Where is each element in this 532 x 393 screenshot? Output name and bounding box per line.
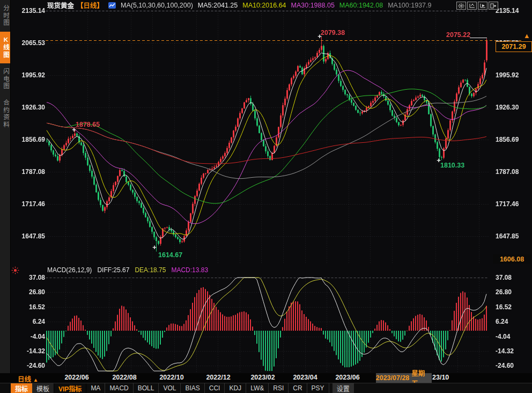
macd-diff-value: DIFF:25.67 xyxy=(97,266,129,274)
price-axis-label-left: 2065.53 xyxy=(15,39,45,47)
date-axis-label: 2022/08 xyxy=(112,374,136,381)
date-label-partial: 23/10 xyxy=(432,374,449,381)
sidebar-item-timeline-chart[interactable]: 分时图 xyxy=(0,0,10,32)
macd-axis-label-left: -14.32 xyxy=(15,347,45,355)
price-axis-label-right: 1856.69 xyxy=(496,136,530,143)
toolbar-button-13[interactable]: CR xyxy=(289,383,307,393)
crosshair-date-tooltip: 2023/07/28星期五 xyxy=(376,373,432,383)
toolbar-button-3[interactable]: VIP指标 xyxy=(54,383,86,393)
ma100-value: MA100:1937.9 xyxy=(388,2,431,9)
toolbar-button-7[interactable]: VOL xyxy=(159,383,181,393)
price-axis-label-right: 2135.14 xyxy=(496,7,530,14)
current-price-box: 2071.29 xyxy=(496,41,532,52)
toolbar-button-1[interactable]: 指标 xyxy=(11,383,32,393)
macd-axis-label-right: 6.24 xyxy=(496,318,530,325)
symbol-name: 现货黄金 xyxy=(47,0,74,10)
chart-canvas[interactable] xyxy=(0,0,532,373)
price-axis-label-left: 2135.14 xyxy=(15,7,45,14)
zoom-axis-right-icon[interactable] xyxy=(478,2,487,10)
date-axis-label: 2023/06 xyxy=(335,374,359,381)
toolbar-button-14[interactable]: PSY xyxy=(307,383,329,393)
toolbar-button-11[interactable]: LW& xyxy=(246,383,269,393)
toolbar-button-4[interactable]: MA xyxy=(86,383,105,393)
ma-param-label: MA(5,10,30,60,100,200) xyxy=(121,2,193,9)
date-axis-label: 2022/12 xyxy=(206,374,230,381)
marker-cross: + xyxy=(435,157,442,164)
macd-macd-value: MACD:13.83 xyxy=(171,266,208,274)
macd-axis-label-right: 26.80 xyxy=(496,288,530,296)
macd-axis-label-left: 16.52 xyxy=(15,303,45,311)
date-axis-label: 2022/10 xyxy=(159,374,183,381)
trading-app-window: 现货黄金 【日线】 MA(5,10,30,60,100,200) MA5:204… xyxy=(0,0,532,393)
price-axis-label-right: 1717.46 xyxy=(496,200,530,208)
price-axis-label-left: 1995.92 xyxy=(15,71,45,79)
low-annotation-1614: 1614.67 xyxy=(158,251,182,259)
toolbar-button-8[interactable]: BIAS xyxy=(181,383,204,393)
price-axis-label-left: 1647.85 xyxy=(15,232,45,240)
period-tag: 【日线】 xyxy=(77,0,104,10)
macd-axis-label-right: 37.08 xyxy=(496,274,530,281)
macd-axis-label-left: 26.80 xyxy=(15,288,45,296)
chart-toolbar-icons xyxy=(456,2,498,10)
macd-axis-label-left: -24.60 xyxy=(15,362,45,369)
sidebar-item-contract-info[interactable]: 合约资料 xyxy=(0,94,10,133)
price-axis-label-left: 1856.69 xyxy=(15,136,45,143)
toolbar-button-10[interactable]: KDJ xyxy=(225,383,246,393)
price-axis-label-right: 1787.08 xyxy=(496,168,530,176)
ma5-value: MA5:2041.25 xyxy=(198,2,238,9)
high-annotation-2079: 2079.38 xyxy=(321,29,345,37)
marker-cross: + xyxy=(71,126,77,134)
live-indicator-icon xyxy=(11,266,19,276)
marker-cross: + xyxy=(316,33,323,40)
toolbar-button-5[interactable]: MACD xyxy=(105,383,133,393)
toolbar-button-9[interactable]: CCI xyxy=(205,383,225,393)
macd-axis-label-left: 37.08 xyxy=(15,274,45,281)
price-axis-label-left: 1787.08 xyxy=(15,168,45,176)
mini-chart-icon xyxy=(108,2,116,9)
price-axis-label-right: 1995.92 xyxy=(496,71,530,79)
date-axis-label: 2022/06 xyxy=(64,374,88,381)
macd-axis-label-right: -14.32 xyxy=(496,347,530,355)
macd-header: MACD(26,12,9) DIFF:25.67 DEA:18.75 MACD:… xyxy=(47,266,208,274)
sidebar-item-kline-chart[interactable]: K线图 xyxy=(0,32,10,63)
date-axis-label: 2023/02 xyxy=(250,374,275,381)
pan-exit-icon[interactable] xyxy=(489,2,498,10)
macd-axis-label-right: -24.60 xyxy=(496,362,530,369)
jump-to-latest-arrow[interactable]: ▲ xyxy=(523,32,530,40)
price-axis-label-left: 1926.30 xyxy=(15,104,45,111)
macd-axis-label-left: 6.24 xyxy=(15,318,45,325)
collapse-arrow-icon[interactable]: ▲ xyxy=(33,377,39,383)
ma60-value: MA60:1942.08 xyxy=(339,2,383,9)
view-mode-sidebar: 分时图 K线图 闪电图 合约资料 xyxy=(0,0,11,373)
macd-axis-label-right: 16.52 xyxy=(496,303,530,311)
toolbar-button-15[interactable]: 设置 xyxy=(332,383,354,393)
session-low-box: 1606.08 xyxy=(493,254,531,264)
ma30-value: MA30:1988.05 xyxy=(291,2,335,9)
low-annotation-1810: 1810.33 xyxy=(440,162,464,169)
macd-axis-label-left: -4.04 xyxy=(15,333,45,340)
toolbar-button-2[interactable]: 模板 xyxy=(32,383,54,393)
high-annotation-1878: 1878.65 xyxy=(76,121,100,128)
ma10-value: MA10:2016.64 xyxy=(242,2,286,9)
chart-legend-bar: 现货黄金 【日线】 MA(5,10,30,60,100,200) MA5:204… xyxy=(47,1,431,10)
high-annotation-2075: 2075.22 xyxy=(446,31,470,39)
sidebar-item-flash-chart[interactable]: 闪电图 xyxy=(0,63,10,95)
macd-dea-value: DEA:18.75 xyxy=(135,266,166,274)
zoom-axis-left-icon[interactable] xyxy=(467,2,477,10)
indicator-toolbar: 指标模板VIP指标MAMACDBOLLVOLBIASCCIKDJLW&RSICR… xyxy=(0,383,532,393)
price-axis-label-left: 1717.46 xyxy=(15,200,45,208)
toolbar-button-6[interactable]: BOLL xyxy=(134,383,159,393)
macd-param-label: MACD(26,12,9) xyxy=(47,266,92,274)
crosshair-icon[interactable] xyxy=(456,2,466,10)
price-axis-label-right: 1926.30 xyxy=(496,104,530,111)
toolbar-button-12[interactable]: RSI xyxy=(269,383,289,393)
xaxis-row: 日线 ▲ 2022/062022/082022/102022/122023/02… xyxy=(0,373,532,383)
marker-cross: + xyxy=(151,244,158,251)
price-axis-label-right: 1647.85 xyxy=(496,232,530,240)
macd-axis-label-right: -4.04 xyxy=(496,333,530,340)
date-axis-label: 2023/04 xyxy=(293,374,317,381)
